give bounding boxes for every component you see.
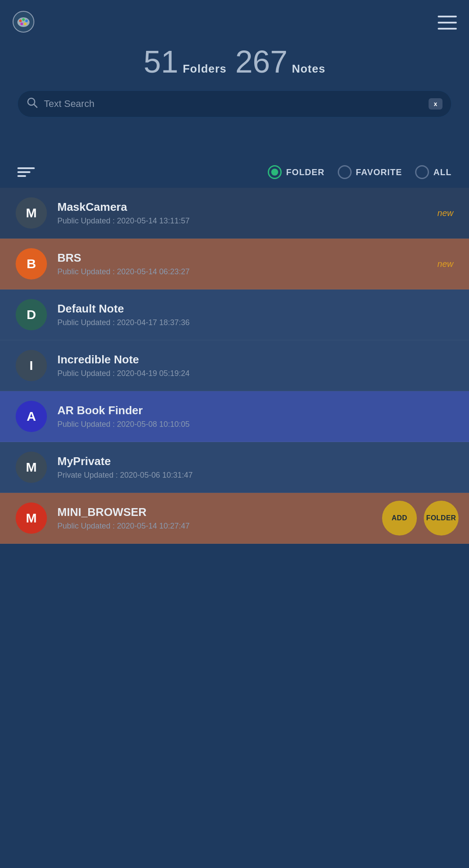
list-item[interactable]: A AR Book Finder Public Updated : 2020-0… [0, 391, 469, 442]
list-item[interactable]: M MaskCamera Public Updated : 2020-05-14… [0, 188, 469, 239]
search-container: x [0, 86, 469, 130]
item-badge: new [437, 259, 453, 269]
items-list: M MaskCamera Public Updated : 2020-05-14… [0, 188, 469, 544]
item-meta: Public Updated : 2020-05-14 13:11:57 [57, 216, 453, 226]
filter-section: FOLDER FAVORITE ALL [0, 156, 469, 188]
folders-stat: 51 Folders [143, 46, 226, 77]
avatar: A [16, 401, 47, 432]
radio-circle-favorite [338, 165, 352, 179]
svg-point-2 [19, 20, 22, 22]
item-content: Default Note Public Updated : 2020-04-17… [57, 302, 453, 327]
item-name: MyPrivate [57, 455, 453, 468]
svg-point-5 [24, 23, 27, 25]
filter-icon[interactable] [17, 167, 35, 177]
folder-button[interactable]: FOLDER [424, 501, 459, 535]
folders-count: 51 [143, 46, 178, 77]
item-meta: Public Updated : 2020-04-19 05:19:24 [57, 369, 453, 378]
item-content: BRS Public Updated : 2020-05-14 06:23:27 [57, 251, 453, 276]
add-button[interactable]: ADD [382, 501, 417, 535]
search-icon [27, 97, 38, 111]
folders-label: Folders [183, 62, 226, 76]
svg-point-4 [25, 20, 28, 22]
item-content: Incredible Note Public Updated : 2020-04… [57, 353, 453, 378]
notes-stat: 267 Notes [235, 46, 325, 77]
svg-point-3 [22, 18, 25, 21]
radio-circle-all [415, 165, 429, 179]
avatar: M [16, 502, 47, 534]
svg-line-8 [34, 104, 37, 107]
item-name: Default Note [57, 302, 453, 316]
radio-circle-folder [268, 165, 282, 179]
list-item[interactable]: D Default Note Public Updated : 2020-04-… [0, 289, 469, 340]
radio-label-favorite: FAVORITE [356, 167, 402, 177]
search-input[interactable] [44, 98, 422, 110]
radio-group: FOLDER FAVORITE ALL [268, 165, 452, 179]
list-item[interactable]: I Incredible Note Public Updated : 2020-… [0, 340, 469, 391]
search-clear-button[interactable]: x [429, 98, 442, 110]
avatar: M [16, 197, 47, 229]
search-bar: x [17, 90, 452, 117]
item-badge: new [437, 208, 453, 218]
item-content: AR Book Finder Public Updated : 2020-05-… [57, 404, 453, 429]
avatar: M [16, 452, 47, 483]
item-name: BRS [57, 251, 453, 265]
radio-label-folder: FOLDER [286, 167, 324, 177]
radio-option-folder[interactable]: FOLDER [268, 165, 324, 179]
item-name: AR Book Finder [57, 404, 453, 417]
item-content: MaskCamera Public Updated : 2020-05-14 1… [57, 200, 453, 226]
notes-label: Notes [292, 62, 325, 76]
app-header [0, 0, 469, 42]
list-item[interactable]: M MINI_BROWSER Public Updated : 2020-05-… [0, 493, 469, 544]
item-meta: Public Updated : 2020-05-08 10:10:05 [57, 420, 453, 429]
list-item[interactable]: M MyPrivate Private Updated : 2020-05-06… [0, 442, 469, 493]
radio-label-all: ALL [433, 167, 452, 177]
avatar: B [16, 248, 47, 279]
radio-option-favorite[interactable]: FAVORITE [338, 165, 402, 179]
menu-button[interactable] [438, 16, 457, 30]
avatar: I [16, 350, 47, 381]
item-content: MyPrivate Private Updated : 2020-05-06 1… [57, 455, 453, 480]
item-meta: Public Updated : 2020-04-17 18:37:36 [57, 318, 453, 327]
action-buttons: ADD FOLDER [382, 501, 459, 535]
avatar: D [16, 299, 47, 330]
logo-icon [12, 10, 35, 35]
radio-option-all[interactable]: ALL [415, 165, 452, 179]
stats-section: 51 Folders 267 Notes [0, 42, 469, 86]
item-meta: Private Updated : 2020-05-06 10:31:47 [57, 471, 453, 480]
item-name: Incredible Note [57, 353, 453, 366]
svg-point-6 [20, 23, 23, 25]
notes-count: 267 [235, 46, 287, 77]
item-name: MaskCamera [57, 200, 453, 214]
item-meta: Public Updated : 2020-05-14 06:23:27 [57, 267, 453, 276]
list-item[interactable]: B BRS Public Updated : 2020-05-14 06:23:… [0, 239, 469, 289]
